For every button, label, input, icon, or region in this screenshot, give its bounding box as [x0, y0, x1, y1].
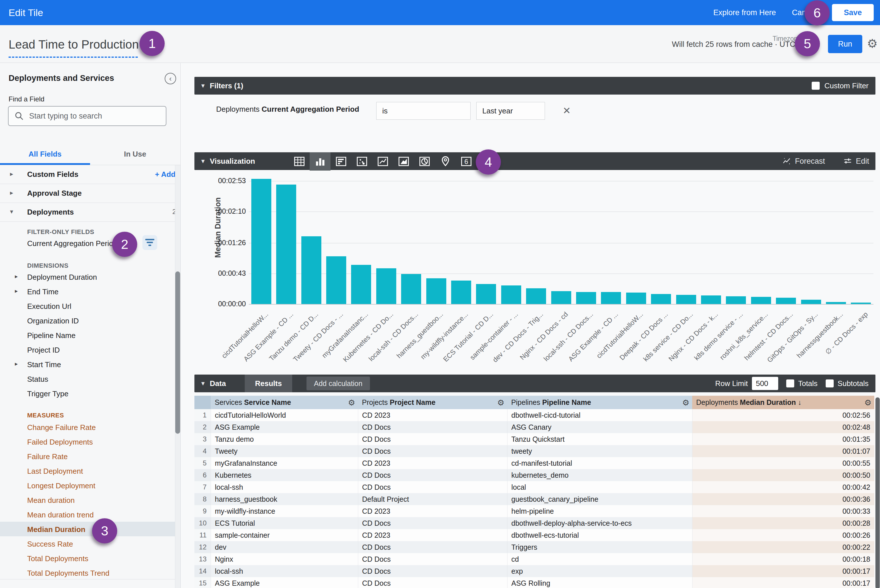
section-caret-icon[interactable]: ▸ — [10, 189, 13, 196]
custom-filter-checkbox[interactable] — [812, 82, 820, 90]
explore-from-here-link[interactable]: Explore from Here — [713, 8, 776, 17]
totals-checkbox[interactable] — [786, 380, 794, 387]
chart-bar[interactable] — [401, 274, 421, 304]
chart-bar[interactable] — [351, 265, 371, 304]
chart-bar[interactable] — [376, 268, 396, 304]
table-row[interactable]: 3 Tanzu demo CD Docs Tanzu Quickstart 00… — [194, 433, 874, 445]
measure-item[interactable]: Longest Deployment — [0, 478, 175, 493]
sidebar-section-approval-stage[interactable]: ▸ Approval Stage — [0, 184, 181, 203]
run-button[interactable]: Run — [828, 35, 862, 53]
chart-bar[interactable] — [551, 291, 571, 304]
dimension-item[interactable]: Project ID — [0, 342, 175, 357]
forecast-button[interactable]: Forecast — [782, 157, 825, 166]
measure-item[interactable]: Mean duration trend — [0, 507, 175, 522]
subtotals-checkbox[interactable] — [826, 380, 834, 387]
collapse-visualization-icon[interactable]: ▼ — [200, 158, 206, 165]
table-row[interactable]: 9 my-wildfly-instance CD 2023 helm-pipel… — [194, 505, 874, 517]
table-row[interactable]: 1 cicdTutorialHelloWorld CD 2023 dbothwe… — [194, 409, 874, 421]
sidebar-section-deployments[interactable]: ▾ Deployments 2 — [0, 203, 181, 222]
column-header-pipeline-name[interactable]: Pipelines Pipeline Name ⚙ — [507, 396, 692, 409]
dimension-item[interactable]: Trigger Type — [0, 386, 175, 400]
table-row[interactable]: 5 myGrafanaInstance CD 2023 cd-manifest-… — [194, 457, 874, 469]
bar-chart[interactable]: 00:02:5300:02:1000:01:2600:00:4300:00:00 — [249, 176, 873, 304]
table-row[interactable]: 11 sample-container CD 2023 dbothwell-ec… — [194, 529, 874, 541]
chart-bar[interactable] — [626, 292, 646, 304]
tile-title-input[interactable]: Lead Time to Production — [9, 38, 139, 51]
column-chart-icon[interactable] — [310, 152, 331, 171]
measure-item[interactable]: Total Deployments — [0, 551, 175, 566]
chart-bar[interactable] — [701, 296, 721, 304]
chart-bar[interactable] — [776, 298, 796, 304]
single-value-icon[interactable]: 6 — [456, 152, 477, 171]
column-gear-icon[interactable]: ⚙ — [348, 398, 355, 407]
chart-bar[interactable] — [301, 236, 321, 304]
chart-bar[interactable] — [676, 295, 696, 304]
expand-field-icon[interactable]: ▸ — [15, 287, 18, 294]
column-gear-icon[interactable]: ⚙ — [682, 398, 689, 407]
expand-field-icon[interactable]: ▸ — [15, 273, 18, 280]
filter-value-dropdown[interactable]: Last year — [476, 102, 545, 120]
remove-filter-icon[interactable]: ✕ — [563, 105, 571, 116]
table-row[interactable]: 10 ECS Tutorial CD Docs dbothwell-deploy… — [194, 517, 874, 529]
measure-item-selected[interactable]: Median Duration — [0, 522, 175, 536]
chart-bar[interactable] — [476, 284, 496, 304]
chart-bar[interactable] — [601, 292, 621, 304]
filter-operator-dropdown[interactable]: is — [376, 102, 471, 120]
chart-bar[interactable] — [251, 179, 271, 304]
table-row[interactable]: 15 ASG Example CD Docs ASG Rolling 00:00… — [194, 577, 874, 588]
chart-bar[interactable] — [501, 285, 521, 304]
section-caret-icon[interactable]: ▸ — [10, 170, 13, 178]
sidebar-scrollbar[interactable] — [175, 165, 181, 588]
sidebar-section-custom-fields[interactable]: ▸ Custom Fields + Add — [0, 165, 181, 184]
table-row[interactable]: 12 dev CD Docs Triggers 00:00:22 — [194, 541, 874, 553]
chart-bar[interactable] — [276, 184, 296, 304]
table-viz-icon[interactable] — [289, 152, 310, 171]
chart-bar[interactable] — [751, 297, 771, 304]
pie-chart-icon[interactable] — [414, 152, 435, 171]
area-chart-icon[interactable] — [393, 152, 414, 171]
chart-bar[interactable] — [526, 288, 546, 304]
line-chart-icon[interactable] — [372, 152, 393, 171]
gear-icon[interactable]: ⚙ — [867, 37, 878, 51]
results-tab[interactable]: Results — [245, 375, 292, 392]
column-header-project-name[interactable]: Projects Project Name ⚙ — [358, 396, 507, 409]
row-limit-input[interactable] — [752, 377, 778, 390]
chart-bar[interactable] — [801, 300, 821, 304]
column-gear-icon[interactable]: ⚙ — [497, 398, 504, 407]
section-caret-icon[interactable]: ▾ — [10, 208, 13, 215]
collapse-sidebar-icon[interactable]: ‹ — [165, 73, 176, 84]
dimension-item[interactable]: Pipeline Name — [0, 328, 175, 342]
bar-chart-icon[interactable] — [331, 152, 351, 171]
expand-field-icon[interactable]: ▸ — [15, 360, 18, 367]
measure-item[interactable]: Success Rate — [0, 536, 175, 551]
edit-viz-button[interactable]: Edit — [843, 157, 869, 166]
table-row[interactable]: 8 harness_guestbook Default Project gues… — [194, 493, 874, 505]
column-header-median-duration[interactable]: Deployments Median Duration ↓ ⚙ — [692, 396, 874, 409]
add-custom-field-button[interactable]: + Add — [155, 170, 176, 179]
chart-bar[interactable] — [451, 280, 471, 304]
chart-bar[interactable] — [326, 256, 346, 304]
save-button[interactable]: Save — [832, 4, 874, 21]
measure-item[interactable]: Last Deployment — [0, 464, 175, 478]
tab-all-fields[interactable]: All Fields — [0, 145, 90, 165]
collapse-data-icon[interactable]: ▼ — [200, 380, 206, 387]
measure-item[interactable]: Failed Deployments — [0, 434, 175, 449]
measure-item[interactable]: Mean duration — [0, 493, 175, 507]
search-input[interactable] — [29, 112, 155, 121]
tab-in-use[interactable]: In Use — [90, 145, 180, 165]
dimension-item[interactable]: ▸ Start Time — [0, 357, 175, 371]
table-scrollbar-thumb[interactable] — [875, 398, 880, 588]
add-calculation-button[interactable]: Add calculation — [307, 376, 370, 390]
table-row[interactable]: 14 local-ssh CD Docs exp 00:00:17 — [194, 565, 874, 577]
chart-bar[interactable] — [426, 278, 446, 304]
column-gear-icon[interactable]: ⚙ — [864, 398, 871, 407]
chart-bar[interactable] — [651, 294, 671, 304]
chart-bar[interactable] — [576, 292, 596, 304]
measure-item[interactable]: Failure Rate — [0, 449, 175, 464]
field-search-box[interactable] — [8, 106, 166, 126]
chart-bar[interactable] — [726, 296, 746, 304]
chart-bar[interactable] — [826, 302, 846, 304]
field-item[interactable]: Current Aggregation Period — [0, 236, 175, 250]
table-row[interactable]: 7 local-ssh CD Docs local 00:00:42 — [194, 481, 874, 493]
dimension-item[interactable]: Status — [0, 371, 175, 386]
